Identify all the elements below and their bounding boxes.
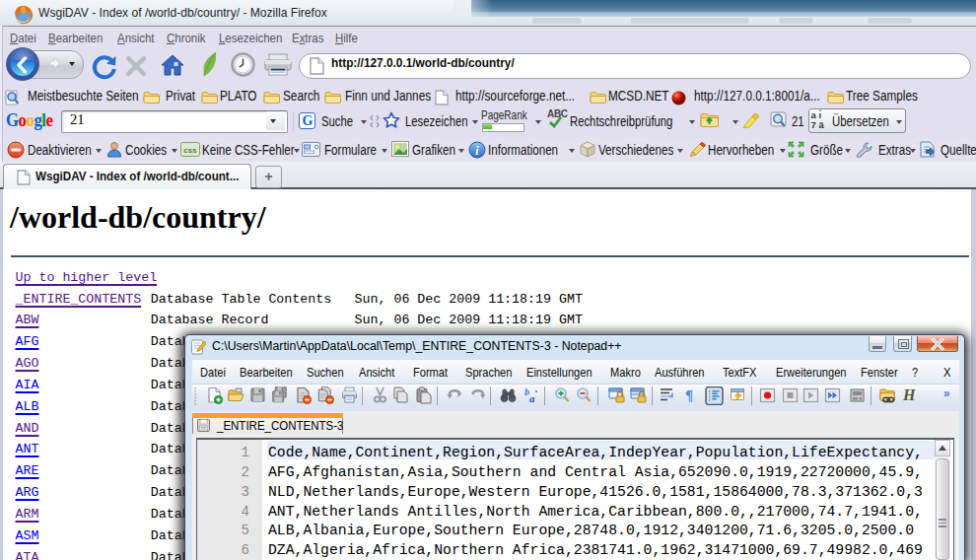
svg-text:¶: ¶ [685, 387, 693, 403]
svg-text:H: H [902, 386, 916, 403]
svg-text:»: » [943, 386, 950, 400]
svg-text:css: css [183, 146, 197, 155]
svg-text:a: a [529, 392, 535, 404]
